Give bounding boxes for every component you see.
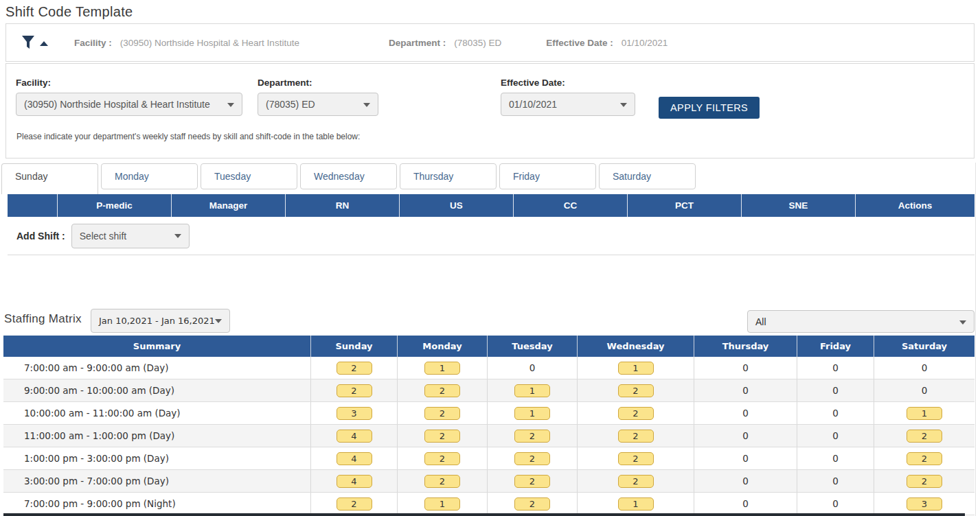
matrix-row-summary: 10:00:00 am - 11:00:00 am (Day)	[3, 402, 310, 424]
effective-date-label: Effective Date:	[501, 78, 635, 88]
matrix-cell-monday: 1	[397, 493, 487, 515]
staff-count-badge[interactable]: 1	[424, 497, 460, 511]
summary-effective-date-value: 01/10/2021	[622, 38, 668, 48]
staff-count-badge[interactable]: 4	[337, 430, 372, 443]
staff-count-badge[interactable]: 2	[514, 430, 550, 443]
caret-down-icon	[363, 103, 370, 107]
matrix-cell-tuesday: 2	[487, 447, 577, 469]
shift-col-us: US	[399, 194, 513, 217]
matrix-cell-friday: 0	[797, 425, 874, 447]
matrix-cell-monday: 2	[397, 470, 487, 492]
matrix-col-summary: Summary	[3, 336, 310, 357]
matrix-cell-tuesday: 2	[487, 493, 577, 515]
add-shift-select[interactable]: Select shift	[71, 224, 190, 248]
matrix-cell-wednesday: 2	[577, 425, 694, 447]
staff-count-badge[interactable]: 1	[424, 362, 460, 375]
staff-count-badge[interactable]: 2	[618, 475, 654, 488]
staffing-matrix-header: SummarySundayMondayTuesdayWednesdayThurs…	[3, 336, 975, 357]
matrix-filter-select-value: All	[755, 316, 766, 327]
tab-saturday[interactable]: Saturday	[599, 163, 696, 189]
matrix-cell-wednesday: 2	[577, 379, 694, 401]
staff-count-zero: 0	[742, 408, 749, 419]
matrix-row: 7:00:00 pm - 9:00:00 pm (Night)2121003	[3, 493, 975, 515]
department-select[interactable]: (78035) ED	[258, 93, 378, 116]
tab-friday[interactable]: Friday	[499, 163, 596, 189]
matrix-cell-wednesday: 1	[577, 493, 694, 515]
staff-count-badge[interactable]: 3	[907, 497, 942, 511]
matrix-cell-saturday: 2	[874, 425, 975, 447]
matrix-row: 7:00:00 am - 9:00:00 am (Day)2101000	[3, 357, 975, 379]
matrix-cell-monday: 1	[397, 357, 487, 379]
staff-count-badge[interactable]: 4	[337, 475, 372, 488]
tab-sunday[interactable]: Sunday	[1, 163, 98, 194]
staff-count-badge[interactable]: 2	[618, 430, 654, 443]
next-section-edge	[3, 513, 965, 516]
matrix-cell-friday: 0	[797, 447, 874, 469]
effective-date-select[interactable]: 01/10/2021	[501, 93, 635, 116]
staff-count-badge[interactable]: 2	[618, 384, 654, 397]
filter-panel: Facility: (30950) Northside Hospital & H…	[5, 63, 975, 159]
matrix-cell-saturday: 0	[874, 379, 975, 401]
staff-count-badge[interactable]: 2	[424, 475, 460, 488]
staff-count-badge[interactable]: 2	[618, 407, 654, 420]
matrix-cell-friday: 0	[797, 357, 874, 379]
matrix-cell-tuesday: 1	[487, 402, 577, 424]
staff-count-badge[interactable]: 1	[514, 407, 550, 420]
tab-thursday[interactable]: Thursday	[400, 163, 497, 189]
staff-count-badge[interactable]: 2	[424, 430, 460, 443]
matrix-row: 10:00:00 am - 11:00:00 am (Day)3212001	[3, 402, 975, 425]
staff-count-badge[interactable]: 2	[424, 452, 460, 465]
staff-count-badge[interactable]: 2	[424, 407, 460, 420]
staff-count-zero: 0	[529, 362, 536, 373]
apply-filters-button[interactable]: APPLY FILTERS	[659, 97, 760, 119]
staff-count-badge[interactable]: 2	[337, 497, 372, 511]
matrix-cell-saturday: 1	[874, 402, 975, 424]
staff-count-zero: 0	[922, 362, 928, 373]
effective-date-select-value: 01/10/2021	[509, 99, 557, 110]
matrix-row-summary: 7:00:00 pm - 9:00:00 pm (Night)	[3, 493, 310, 515]
staff-count-badge[interactable]: 1	[618, 497, 654, 511]
staff-count-zero: 0	[832, 430, 839, 441]
facility-label: Facility:	[16, 78, 242, 88]
tab-tuesday[interactable]: Tuesday	[201, 163, 297, 189]
matrix-row-summary: 1:00:00 pm - 3:00:00 pm (Day)	[3, 447, 310, 469]
week-range-select[interactable]: Jan 10,2021 - Jan 16,2021	[91, 309, 230, 333]
staff-count-badge[interactable]: 2	[907, 475, 942, 488]
facility-select[interactable]: (30950) Northside Hospital & Heart Insti…	[16, 93, 242, 116]
matrix-filter-select[interactable]: All	[747, 310, 975, 333]
matrix-row-summary: 3:00:00 pm - 7:00:00 pm (Day)	[3, 470, 310, 492]
staff-count-badge[interactable]: 2	[424, 384, 460, 397]
matrix-cell-tuesday: 0	[487, 357, 577, 379]
matrix-row-summary: 9:00:00 am - 10:00:00 am (Day)	[3, 379, 310, 401]
matrix-cell-monday: 2	[397, 425, 487, 447]
staff-count-badge[interactable]: 2	[514, 475, 550, 488]
matrix-cell-thursday: 0	[694, 402, 797, 424]
staff-count-badge[interactable]: 4	[337, 452, 372, 465]
container-right-border	[975, 163, 976, 516]
matrix-cell-sunday: 4	[310, 425, 397, 447]
staff-count-badge[interactable]: 2	[337, 384, 372, 397]
filter-collapse-toggle[interactable]	[21, 35, 48, 50]
matrix-cell-friday: 0	[797, 379, 874, 401]
staff-count-badge[interactable]: 2	[907, 430, 942, 443]
staff-count-badge[interactable]: 2	[907, 452, 942, 465]
staff-count-badge[interactable]: 2	[618, 452, 654, 465]
summary-department-value: (78035) ED	[454, 38, 501, 48]
staff-count-badge[interactable]: 1	[514, 384, 550, 397]
staff-count-badge[interactable]: 1	[618, 362, 654, 375]
matrix-cell-friday: 0	[797, 402, 874, 424]
add-shift-row: Add Shift : Select shift	[8, 217, 975, 255]
staff-count-badge[interactable]: 1	[907, 407, 942, 420]
staff-count-badge[interactable]: 2	[337, 362, 372, 375]
staff-count-badge[interactable]: 2	[514, 497, 550, 511]
department-label: Department:	[258, 78, 378, 88]
staff-count-zero: 0	[742, 362, 749, 373]
staff-count-badge[interactable]: 2	[514, 452, 550, 465]
staff-count-badge[interactable]: 3	[337, 407, 372, 420]
staff-count-zero: 0	[832, 385, 839, 396]
tab-monday[interactable]: Monday	[101, 163, 198, 189]
matrix-col-sunday: Sunday	[310, 336, 397, 357]
staff-count-zero: 0	[742, 385, 749, 396]
staffing-matrix-table: SummarySundayMondayTuesdayWednesdayThurs…	[3, 336, 975, 515]
tab-wednesday[interactable]: Wednesday	[300, 163, 397, 189]
